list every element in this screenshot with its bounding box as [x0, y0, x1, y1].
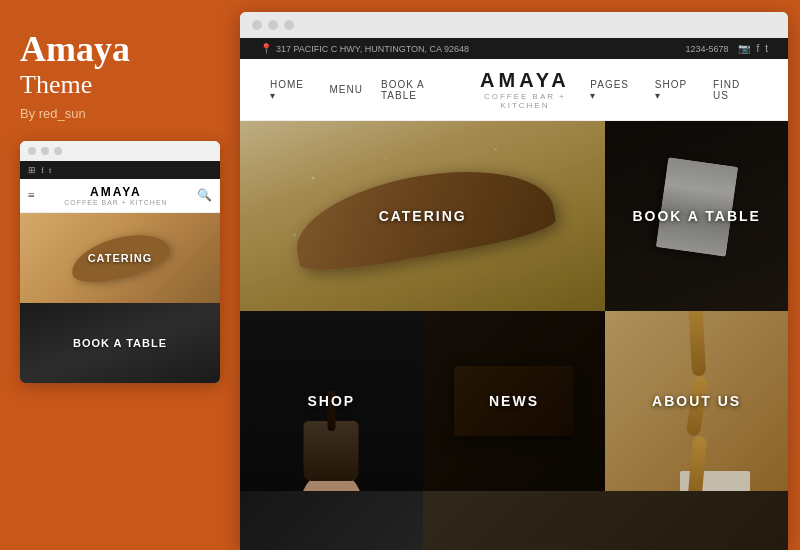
mini-catering-cell: CATERING	[20, 213, 220, 303]
book-photo	[656, 158, 738, 257]
shop-cell[interactable]: SHOP	[240, 311, 423, 491]
about-cell[interactable]: ABOUT US	[605, 311, 788, 491]
churro-paper	[680, 471, 750, 491]
top-bar-right: 1234-5678 📷 f t	[685, 43, 768, 54]
churro-1	[688, 311, 706, 376]
nav-pages[interactable]: PAGES ▾	[590, 79, 636, 101]
theme-name-line1: Amaya	[20, 30, 130, 70]
facebook-icon[interactable]: f	[756, 43, 759, 54]
coffee-visual	[304, 421, 359, 481]
mini-search-icon: 🔍	[197, 188, 212, 203]
browser-chrome	[240, 12, 788, 38]
mini-browser-chrome	[20, 141, 220, 161]
main-browser: 📍 317 PACIFIC C HWY, HUNTINGTON, CA 9264…	[240, 12, 788, 550]
theme-title: Amaya Theme By red_sun	[20, 30, 130, 141]
bottom-left-cell	[240, 491, 423, 550]
mini-dot-3	[54, 147, 62, 155]
hand-shape	[301, 471, 361, 491]
location-icon: 📍	[260, 43, 272, 54]
nav-menu[interactable]: MENU	[330, 84, 363, 95]
instagram-icon[interactable]: 📷	[738, 43, 750, 54]
nav-shop[interactable]: SHOP ▾	[655, 79, 695, 101]
left-panel: Amaya Theme By red_sun ⊞ f t ≡ AMAYA COF…	[0, 0, 240, 550]
book-table-label: BOOK A TABLE	[632, 208, 760, 224]
news-cell[interactable]: NEWS	[423, 311, 606, 491]
mini-twitter-icon: t	[49, 165, 52, 175]
catering-label: CATERING	[379, 208, 467, 224]
mini-top-bar: ⊞ f t	[20, 161, 220, 179]
nav-right-items: PAGES ▾ SHOP ▾ FIND US	[590, 79, 758, 101]
book-table-cell[interactable]: BOOK A TABLE	[605, 121, 788, 311]
logo-text: AMAYA	[459, 69, 590, 92]
book-visual	[656, 158, 738, 257]
chrome-dot-1	[252, 20, 262, 30]
mini-dot-2	[41, 147, 49, 155]
nav-left-items: HOME ▾ MENU BOOK A TABLE	[270, 79, 459, 101]
site-nav: HOME ▾ MENU BOOK A TABLE AMAYA COFFEE BA…	[240, 59, 788, 121]
site-logo: AMAYA COFFEE BAR + KITCHEN	[459, 69, 590, 110]
chrome-dot-3	[284, 20, 294, 30]
phone-text: 1234-5678	[685, 44, 728, 54]
mini-logo-text: AMAYA	[64, 185, 167, 199]
shop-label: SHOP	[307, 393, 355, 409]
chrome-dot-2	[268, 20, 278, 30]
bottom-right-cell	[423, 491, 788, 550]
mini-browser-preview: ⊞ f t ≡ AMAYA COFFEE BAR + KITCHEN 🔍 CAT…	[20, 141, 220, 383]
churro-3	[687, 436, 707, 491]
site-top-bar: 📍 317 PACIFIC C HWY, HUNTINGTON, CA 9264…	[240, 38, 788, 59]
about-label: ABOUT US	[652, 393, 741, 409]
mini-logo-sub: COFFEE BAR + KITCHEN	[64, 199, 167, 206]
nav-book[interactable]: BOOK A TABLE	[381, 79, 460, 101]
nav-home[interactable]: HOME ▾	[270, 79, 312, 101]
catering-cell[interactable]: CATERING	[240, 121, 605, 311]
address-text: 317 PACIFIC C HWY, HUNTINGTON, CA 92648	[276, 44, 469, 54]
social-icons-row: 📷 f t	[738, 43, 768, 54]
coffee-cup	[304, 421, 359, 481]
mini-catering-label: CATERING	[88, 252, 153, 264]
top-bar-address: 📍 317 PACIFIC C HWY, HUNTINGTON, CA 9264…	[260, 43, 469, 54]
site-grid: CATERING BOOK A TABLE SHOP NEWS	[240, 121, 788, 550]
mini-book-label: BOOK A TABLE	[73, 337, 167, 349]
mini-instagram-icon: ⊞	[28, 165, 36, 175]
mini-book-cell: BOOK A TABLE	[20, 303, 220, 383]
mini-nav: ≡ AMAYA COFFEE BAR + KITCHEN 🔍	[20, 179, 220, 213]
mini-logo: AMAYA COFFEE BAR + KITCHEN	[64, 185, 167, 206]
mini-top-icons: ⊞ f t	[28, 165, 52, 175]
news-label: NEWS	[489, 393, 539, 409]
logo-sub-text: COFFEE BAR + KITCHEN	[459, 92, 590, 110]
theme-name-line2: Theme	[20, 70, 130, 100]
theme-author: By red_sun	[20, 106, 130, 121]
mini-facebook-icon: f	[41, 165, 44, 175]
mini-dot-1	[28, 147, 36, 155]
mini-hamburger-icon: ≡	[28, 188, 35, 203]
nav-find-us[interactable]: FIND US	[713, 79, 758, 101]
twitter-icon[interactable]: t	[765, 43, 768, 54]
